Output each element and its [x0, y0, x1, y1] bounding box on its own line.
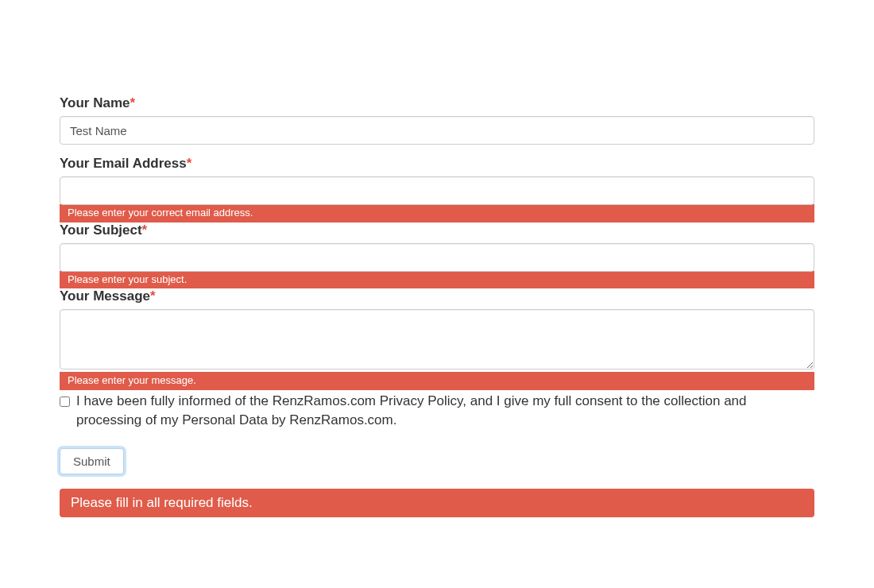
subject-input[interactable]: [60, 243, 814, 272]
subject-label-text: Your Subject: [60, 222, 142, 238]
email-label-text: Your Email Address: [60, 156, 187, 171]
global-error: Please fill in all required fields.: [60, 489, 814, 517]
subject-error: Please enter your subject.: [60, 271, 814, 289]
name-label: Your Name*: [60, 95, 814, 111]
message-group: Your Message* Please enter your message.: [60, 288, 814, 390]
email-input[interactable]: [60, 176, 814, 205]
message-textarea[interactable]: [60, 309, 814, 369]
required-star: *: [187, 156, 192, 171]
message-error: Please enter your message.: [60, 372, 814, 390]
email-error: Please enter your correct email address.: [60, 204, 814, 222]
submit-button[interactable]: Submit: [60, 448, 124, 474]
submit-row: Submit: [60, 448, 814, 474]
consent-checkbox[interactable]: [60, 397, 70, 407]
contact-form-page: Your Name* Your Email Address* Please en…: [0, 0, 874, 588]
consent-row: I have been fully informed of the RenzRa…: [60, 392, 814, 431]
name-group: Your Name*: [60, 95, 814, 145]
required-star: *: [150, 288, 156, 304]
name-label-text: Your Name: [60, 95, 130, 110]
subject-label: Your Subject*: [60, 222, 814, 238]
required-star: *: [142, 222, 148, 238]
subject-group: Your Subject* Please enter your subject.: [60, 222, 814, 289]
consent-text: I have been fully informed of the RenzRa…: [76, 392, 814, 431]
message-label: Your Message*: [60, 288, 814, 304]
name-input[interactable]: [60, 116, 814, 145]
message-label-text: Your Message: [60, 288, 150, 304]
spacer: [60, 145, 814, 148]
email-group: Your Email Address* Please enter your co…: [60, 156, 814, 222]
email-label: Your Email Address*: [60, 156, 814, 172]
required-star: *: [130, 95, 136, 110]
